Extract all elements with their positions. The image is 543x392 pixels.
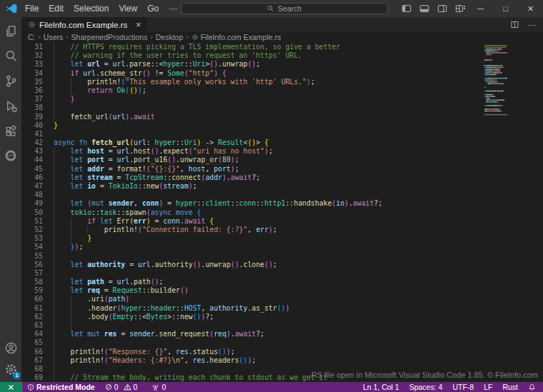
code-line-40[interactable]: 40} [21,121,543,130]
editor-pane[interactable]: 31 // HTTPS requires picking a TLS imple… [21,41,543,382]
breadcrumb-segment-2[interactable]: SharpenedProductions [71,33,148,41]
line-number[interactable]: 42 [21,139,54,147]
line-number[interactable]: 43 [21,147,54,156]
line-number[interactable]: 44 [21,156,54,164]
minimap[interactable] [482,43,507,136]
breadcrumb-segment-4[interactable]: FileInfo.com Example.rs [191,33,282,41]
line-number[interactable]: 45 [21,165,54,174]
line-number[interactable]: 31 [21,43,54,51]
cursor-position[interactable]: Ln 1, Col 1 [358,382,404,392]
code-line-51[interactable]: 51 if let Err(err) = conn.await { [21,217,543,226]
code-line-60[interactable]: 60 .uri(path) [21,295,543,303]
line-number[interactable]: 32 [21,51,54,60]
line-number[interactable]: 35 [21,78,54,86]
line-number[interactable]: 58 [21,278,54,286]
breadcrumb-segment-0[interactable]: C: [28,33,36,41]
browser-extension-icon[interactable] [2,147,19,164]
customize-layout-icon[interactable] [455,4,466,14]
tab-fileinfo-example[interactable]: FileInfo.com Example.rs × [21,17,148,32]
line-number[interactable]: 55 [21,252,54,261]
line-number[interactable]: 51 [21,217,54,226]
line-number[interactable]: 48 [21,191,54,199]
indentation-setting[interactable]: Spaces: 4 [404,382,448,392]
toggle-secondary-sidebar-icon[interactable] [437,4,447,14]
eol-setting[interactable]: LF [479,382,497,392]
line-number[interactable]: 52 [21,226,54,234]
source-control-icon[interactable] [2,72,19,89]
encoding-setting[interactable]: UTF-8 [447,382,479,392]
problems-indicator[interactable]: 0 0 [100,382,143,392]
code-line-62[interactable]: 62 .body(Empty::<Bytes>::new())?; [21,313,543,321]
code-line-57[interactable]: 57 [21,269,543,278]
code-line-35[interactable]: 35 println!("This example only works wit… [21,78,543,86]
settings-gear-icon[interactable]: 1 [2,361,19,378]
line-number[interactable]: 47 [21,182,54,191]
code-line-38[interactable]: 38 [21,104,543,112]
tab-close-icon[interactable]: × [136,20,141,30]
code-line-36[interactable]: 36 return Ok(()); [21,86,543,95]
line-number[interactable]: 62 [21,313,54,321]
line-number[interactable]: 36 [21,86,54,95]
code-line-58[interactable]: 58 let path = url.path(); [21,278,543,286]
line-number[interactable]: 61 [21,304,54,313]
menu-more[interactable]: ··· [164,0,182,17]
code-line-67[interactable]: 67 println!("Headers: {:#?}\n", res.head… [21,356,543,365]
toggle-panel-icon[interactable] [419,4,429,14]
code-line-50[interactable]: 50 tokio::task::spawn(async move { [21,208,543,217]
code-line-55[interactable]: 55 [21,252,543,261]
menu-file[interactable]: File [20,0,44,17]
split-editor-icon[interactable] [510,20,519,29]
code-line-53[interactable]: 53 } [21,234,543,243]
notifications-bell[interactable] [523,382,540,392]
breadcrumb-segment-3[interactable]: Desktop [156,33,184,41]
code-line-49[interactable]: 49 let (mut sender, conn) = hyper::clien… [21,199,543,208]
ports-indicator[interactable]: 0 [146,382,171,392]
line-number[interactable]: 39 [21,113,54,121]
line-number[interactable]: 68 [21,365,54,373]
line-number[interactable]: 38 [21,104,54,112]
code-line-59[interactable]: 59 let req = Request::builder() [21,286,543,295]
toggle-sidebar-icon[interactable] [402,4,412,14]
line-number[interactable]: 46 [21,174,54,182]
code-line-48[interactable]: 48 [21,191,543,199]
code-line-56[interactable]: 56 let authority = url.authority().unwra… [21,261,543,269]
menu-view[interactable]: View [114,0,142,17]
line-number[interactable]: 40 [21,121,54,130]
menu-go[interactable]: Go [142,0,164,17]
more-actions-icon[interactable]: ··· [527,20,536,30]
code-line-41[interactable]: 41 [21,130,543,139]
code-line-65[interactable]: 65 [21,338,543,347]
restricted-mode-indicator[interactable]: Restricted Mode [22,382,100,392]
explorer-icon[interactable] [2,22,19,39]
code-line-63[interactable]: 63 [21,321,543,330]
code-line-45[interactable]: 45 let addr = format!("{}:{}", host, por… [21,165,543,174]
code-line-37[interactable]: 37 } [21,95,543,104]
code-line-39[interactable]: 39 fetch_url(url).await [21,113,543,121]
line-number[interactable]: 57 [21,269,54,278]
menu-edit[interactable]: Edit [44,0,69,17]
code-line-33[interactable]: 33 let url = url.parse::<hyper::Uri>().u… [21,60,543,69]
maximize-button[interactable]: □ [493,0,518,17]
code-line-43[interactable]: 43 let host = url.host().expect("uri has… [21,147,543,156]
code-line-46[interactable]: 46 let stream = TcpStream::connect(addr)… [21,174,543,182]
code-line-31[interactable]: 31 // HTTPS requires picking a TLS imple… [21,43,543,51]
line-number[interactable]: 50 [21,208,54,217]
line-number[interactable]: 33 [21,60,54,69]
line-number[interactable]: 69 [21,373,54,382]
account-icon[interactable] [2,339,19,356]
line-number[interactable]: 34 [21,69,54,78]
language-mode[interactable]: Rust [497,382,523,392]
line-number[interactable]: 56 [21,261,54,269]
run-and-debug-icon[interactable] [2,97,19,114]
code-line-61[interactable]: 61 .header(hyper::header::HOST, authorit… [21,304,543,313]
line-number[interactable]: 67 [21,356,54,365]
search-view-icon[interactable] [2,47,19,64]
code-line-52[interactable]: 52 println!("Connection failed: {:?}", e… [21,226,543,234]
line-number[interactable]: 63 [21,321,54,330]
line-number[interactable]: 41 [21,130,54,139]
line-number[interactable]: 37 [21,95,54,104]
line-number[interactable]: 53 [21,234,54,243]
code-line-54[interactable]: 54 }); [21,243,543,251]
code-line-32[interactable]: 32 // warning if the user tries to reque… [21,51,543,60]
code-line-44[interactable]: 44 let port = url.port_u16().unwrap_or(8… [21,156,543,164]
